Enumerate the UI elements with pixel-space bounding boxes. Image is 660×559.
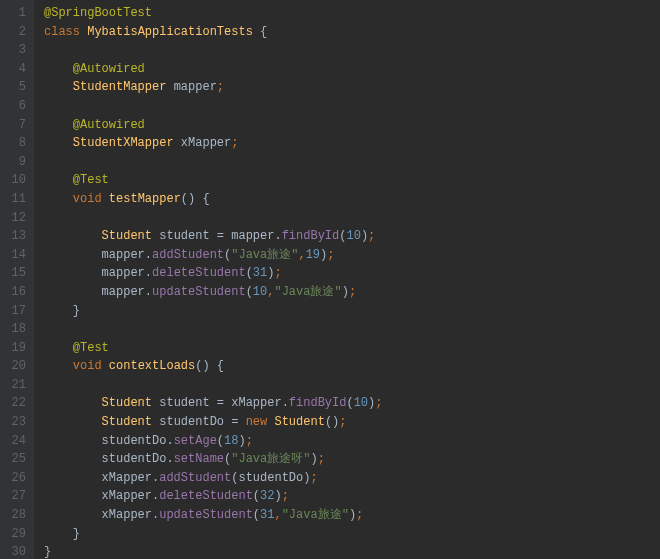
code-line[interactable] — [44, 97, 660, 116]
code-line[interactable]: @Test — [44, 339, 660, 358]
line-number: 22 — [4, 394, 26, 413]
code-line[interactable] — [44, 320, 660, 339]
token-plain: ( — [246, 285, 253, 299]
token-type: MybatisApplicationTests — [87, 25, 253, 39]
code-line[interactable] — [44, 41, 660, 60]
token-keyword: new — [246, 415, 275, 429]
code-line[interactable]: } — [44, 543, 660, 559]
code-line[interactable]: } — [44, 302, 660, 321]
token-plain: ( — [217, 434, 224, 448]
line-number: 28 — [4, 506, 26, 525]
code-line[interactable]: xMapper.updateStudent(31,"Java旅途"); — [44, 506, 660, 525]
line-number: 17 — [4, 302, 26, 321]
token-punct: ; — [282, 489, 289, 503]
line-number: 30 — [4, 543, 26, 559]
code-line[interactable] — [44, 153, 660, 172]
token-string: "Java旅途" — [231, 248, 298, 262]
token-op: = — [217, 229, 224, 243]
code-line[interactable]: StudentMapper mapper; — [44, 78, 660, 97]
token-plain: ) — [274, 489, 281, 503]
token-number: 18 — [224, 434, 238, 448]
token-plain — [44, 229, 102, 243]
code-line[interactable]: @SpringBootTest — [44, 4, 660, 23]
code-line[interactable]: Student student = xMapper.findById(10); — [44, 394, 660, 413]
code-line[interactable]: @Autowired — [44, 60, 660, 79]
token-plain — [44, 192, 73, 206]
code-line[interactable]: mapper.updateStudent(10,"Java旅途"); — [44, 283, 660, 302]
code-line[interactable]: void contextLoads() { — [44, 357, 660, 376]
token-methodcall: deleteStudent — [152, 266, 246, 280]
token-methodcall: addStudent — [159, 471, 231, 485]
token-punct: , — [274, 508, 281, 522]
token-annotation: @Autowired — [73, 62, 145, 76]
code-editor[interactable]: 1234567891011121314151617181920212223242… — [0, 0, 660, 559]
token-type: StudentMapper — [73, 80, 167, 94]
token-plain: mapper. — [44, 285, 152, 299]
token-plain: xMapper — [174, 136, 232, 150]
token-plain: ) — [238, 434, 245, 448]
token-plain — [44, 80, 73, 94]
token-number: 32 — [260, 489, 274, 503]
token-plain: mapper — [166, 80, 216, 94]
code-line[interactable]: } — [44, 525, 660, 544]
token-plain: ) — [349, 508, 356, 522]
token-methodcall: findById — [289, 396, 347, 410]
code-line[interactable]: studentDo.setName("Java旅途呀"); — [44, 450, 660, 469]
token-plain: ) — [342, 285, 349, 299]
code-line[interactable]: @Test — [44, 171, 660, 190]
token-plain: () { — [195, 359, 224, 373]
code-line[interactable]: Student student = mapper.findById(10); — [44, 227, 660, 246]
code-line[interactable] — [44, 209, 660, 228]
token-punct: ; — [246, 434, 253, 448]
code-line[interactable]: void testMapper() { — [44, 190, 660, 209]
token-type: Student — [102, 396, 152, 410]
code-line[interactable]: class MybatisApplicationTests { — [44, 23, 660, 42]
token-plain — [44, 359, 73, 373]
token-punct: ; — [318, 452, 325, 466]
token-annotation: @Test — [73, 341, 109, 355]
token-plain: ( — [253, 508, 260, 522]
token-type: Student — [274, 415, 324, 429]
code-line[interactable]: mapper.addStudent("Java旅途",19); — [44, 246, 660, 265]
token-punct: ; — [368, 229, 375, 243]
code-line[interactable]: xMapper.deleteStudent(32); — [44, 487, 660, 506]
token-methodcall: deleteStudent — [159, 489, 253, 503]
token-plain: () { — [181, 192, 210, 206]
token-punct: ; — [310, 471, 317, 485]
token-plain: studentDo. — [44, 452, 174, 466]
code-line[interactable]: mapper.deleteStudent(31); — [44, 264, 660, 283]
token-plain: xMapper. — [44, 508, 159, 522]
line-number: 24 — [4, 432, 26, 451]
token-plain: xMapper. — [224, 396, 289, 410]
token-punct: ; — [356, 508, 363, 522]
token-plain: (studentDo) — [231, 471, 310, 485]
line-number: 13 — [4, 227, 26, 246]
code-line[interactable] — [44, 376, 660, 395]
code-line[interactable]: StudentXMapper xMapper; — [44, 134, 660, 153]
code-line[interactable]: @Autowired — [44, 116, 660, 135]
line-number: 26 — [4, 469, 26, 488]
token-keyword: void — [73, 192, 109, 206]
token-punct: ; — [274, 266, 281, 280]
code-line[interactable]: xMapper.addStudent(studentDo); — [44, 469, 660, 488]
token-plain: ( — [346, 396, 353, 410]
token-plain — [44, 62, 73, 76]
token-plain — [44, 415, 102, 429]
line-number: 20 — [4, 357, 26, 376]
token-plain: student — [152, 229, 217, 243]
token-type: Student — [102, 415, 152, 429]
token-plain: ) — [310, 452, 317, 466]
code-area[interactable]: @SpringBootTestclass MybatisApplicationT… — [34, 0, 660, 559]
token-plain: } — [44, 304, 80, 318]
token-methodcall: addStudent — [152, 248, 224, 262]
line-number: 21 — [4, 376, 26, 395]
token-plain — [44, 118, 73, 132]
token-methodcall: setName — [174, 452, 224, 466]
token-string: "Java旅途" — [274, 285, 341, 299]
token-punct: ; — [217, 80, 224, 94]
token-keyword: class — [44, 25, 87, 39]
code-line[interactable]: studentDo.setAge(18); — [44, 432, 660, 451]
token-plain: } — [44, 545, 51, 559]
code-line[interactable]: Student studentDo = new Student(); — [44, 413, 660, 432]
line-number: 8 — [4, 134, 26, 153]
